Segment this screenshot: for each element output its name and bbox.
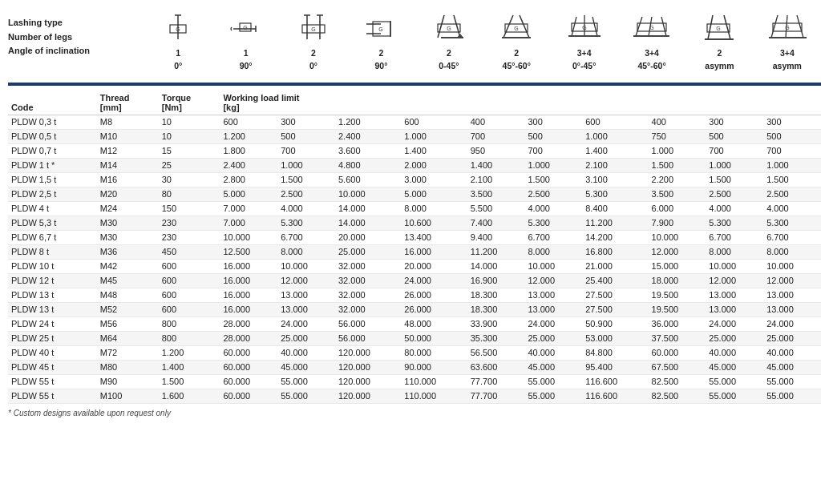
header-col-0: G 1 0°	[144, 13, 212, 73]
cell-code: PLDW 13 t	[8, 288, 97, 302]
cell-wll-5: 500	[524, 129, 582, 143]
cell-torque: 1.600	[159, 389, 220, 403]
cell-wll-2: 120.000	[335, 345, 401, 360]
cell-wll-0: 7.000	[220, 216, 277, 230]
cell-thread: M30	[97, 216, 159, 230]
angle-5: 45°-60°	[503, 60, 531, 73]
cell-wll-5: 300	[524, 115, 582, 129]
angle-1: 90°	[240, 60, 253, 73]
cell-wll-6: 53.000	[582, 331, 648, 345]
svg-text:G: G	[311, 26, 315, 32]
lashing-icon-9: G	[766, 13, 808, 45]
cell-wll-8: 25.000	[706, 331, 763, 345]
cell-thread: M80	[97, 360, 159, 374]
legs-6: 3+4	[577, 47, 592, 60]
cell-wll-0: 7.000	[220, 201, 277, 216]
cell-wll-8: 300	[706, 115, 763, 129]
cell-wll-1: 6.700	[277, 230, 335, 244]
table-row: PLDW 40 t M72 1.200 60.00040.000120.0008…	[8, 345, 821, 360]
cell-wll-2: 32.000	[335, 288, 401, 302]
cell-thread: M90	[97, 374, 159, 389]
cell-wll-6: 14.200	[582, 230, 648, 244]
angle-inclination-label: Angle of inclination	[8, 44, 144, 58]
svg-line-35	[636, 17, 642, 36]
cell-wll-2: 120.000	[335, 374, 401, 389]
cell-code: PLDW 1,5 t	[8, 172, 97, 187]
cell-wll-9: 55.000	[763, 389, 821, 403]
cell-thread: M12	[97, 143, 159, 158]
cell-wll-2: 25.000	[335, 244, 401, 259]
cell-wll-1: 5.300	[277, 216, 335, 230]
cell-wll-0: 1.800	[220, 143, 277, 158]
angle-2: 0°	[309, 60, 317, 73]
cell-wll-5: 8.000	[524, 244, 582, 259]
table-row: PLDW 8 t M36 450 12.5008.00025.00016.000…	[8, 244, 821, 259]
angle-3: 90°	[374, 60, 387, 73]
table-row: PLDW 0,7 t M12 15 1.8007003.6001.4009507…	[8, 143, 821, 158]
cell-wll-9: 25.000	[763, 331, 821, 345]
cell-wll-9: 300	[763, 115, 821, 129]
table-row: PLDW 0,3 t M8 10 6003001.200600400300600…	[8, 115, 821, 129]
cell-wll-7: 36.000	[649, 317, 706, 331]
cell-wll-6: 8.400	[582, 201, 648, 216]
cell-wll-1: 500	[277, 129, 335, 143]
col-thread: Thread[mm]	[97, 89, 159, 115]
cell-wll-5: 2.500	[524, 187, 582, 201]
cell-code: PLDW 24 t	[8, 317, 97, 331]
legs-7: 3+4	[645, 47, 659, 60]
cell-wll-1: 55.000	[277, 374, 335, 389]
legs-5: 2	[514, 47, 519, 60]
cell-code: PLDW 25 t	[8, 331, 97, 345]
cell-wll-7: 18.000	[649, 273, 706, 288]
cell-wll-2: 2.400	[335, 129, 401, 143]
cell-wll-1: 300	[277, 115, 335, 129]
lashing-icon-6: G	[564, 13, 605, 45]
cell-wll-9: 55.000	[763, 374, 821, 389]
svg-line-37	[661, 17, 666, 36]
cell-wll-4: 700	[467, 129, 525, 143]
cell-wll-7: 7.900	[649, 216, 706, 230]
cell-wll-3: 5.000	[401, 187, 467, 201]
cell-wll-3: 10.600	[401, 216, 467, 230]
svg-text:G: G	[176, 26, 180, 32]
cell-wll-3: 600	[401, 115, 467, 129]
svg-line-29	[572, 17, 576, 36]
cell-wll-8: 500	[706, 129, 763, 143]
svg-text:G: G	[447, 26, 451, 31]
cell-wll-4: 63.600	[467, 360, 525, 374]
cell-thread: M45	[97, 273, 159, 288]
cell-wll-0: 16.000	[220, 288, 277, 302]
header-section: Lashing type Number of legs Angle of inc…	[8, 8, 821, 78]
col-wll: Working load limit[kg]	[220, 89, 821, 115]
cell-torque: 600	[159, 302, 220, 317]
cell-wll-7: 82.500	[649, 374, 706, 389]
cell-wll-4: 7.400	[467, 216, 525, 230]
svg-text:G: G	[243, 25, 247, 30]
cell-wll-7: 82.500	[649, 389, 706, 403]
cell-wll-6: 27.500	[582, 302, 648, 317]
cell-wll-5: 55.000	[524, 374, 582, 389]
table-row: PLDW 12 t M45 600 16.00012.00032.00024.0…	[8, 273, 821, 288]
cell-wll-7: 19.500	[649, 302, 706, 317]
cell-wll-9: 4.000	[763, 201, 821, 216]
cell-wll-6: 84.800	[582, 345, 648, 360]
table-body: PLDW 0,3 t M8 10 6003001.200600400300600…	[8, 115, 821, 403]
cell-wll-0: 60.000	[220, 345, 277, 360]
cell-code: PLDW 4 t	[8, 201, 97, 216]
cell-wll-0: 16.000	[220, 273, 277, 288]
svg-text:G: G	[379, 26, 383, 32]
cell-wll-7: 12.000	[649, 244, 706, 259]
cell-wll-6: 600	[582, 115, 648, 129]
header-col-2: G 2 0°	[280, 13, 347, 73]
table-row: PLDW 2,5 t M20 80 5.0002.50010.0005.0003…	[8, 187, 821, 201]
cell-wll-2: 4.800	[335, 158, 401, 172]
cell-wll-1: 13.000	[277, 302, 335, 317]
legs-1: 1	[244, 47, 249, 60]
cell-wll-0: 600	[220, 115, 277, 129]
cell-wll-2: 32.000	[335, 259, 401, 273]
cell-wll-6: 11.200	[582, 216, 648, 230]
header-col-4: G 2 0-45°	[415, 13, 483, 73]
cell-thread: M16	[97, 172, 159, 187]
cell-wll-9: 500	[763, 129, 821, 143]
cell-wll-6: 116.600	[582, 374, 648, 389]
